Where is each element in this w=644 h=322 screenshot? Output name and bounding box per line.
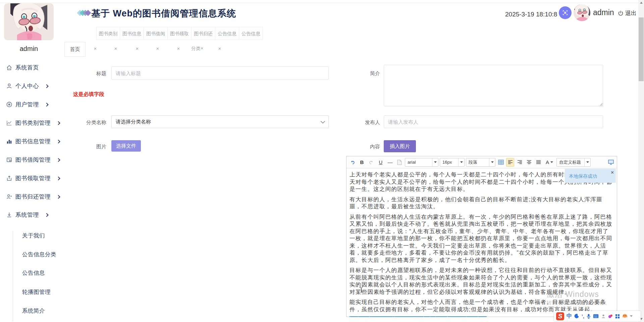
sidebar-item-system-mgmt[interactable]: 系统管理 bbox=[6, 211, 73, 219]
tab-close-button[interactable]: × bbox=[201, 46, 203, 51]
ime-mode-label[interactable]: 中 bbox=[567, 313, 572, 320]
sidebar-item-book-borrow-mgmt[interactable]: 图书借阅管理 bbox=[6, 156, 73, 164]
tab-strip: 图书类别 图书信息 图书借阅 图书领取 图书归还 公告信息 公告信息 bbox=[96, 27, 263, 40]
paste-button[interactable] bbox=[395, 158, 404, 167]
save-toast: 本地保存成功 × bbox=[565, 169, 616, 183]
align-center-button[interactable] bbox=[525, 158, 533, 167]
preview-button[interactable] bbox=[607, 158, 615, 167]
sogou-logo-icon[interactable]: S bbox=[556, 312, 564, 320]
tab-book-borrow[interactable]: 图书借阅 bbox=[144, 27, 168, 40]
sidebar-item-home[interactable]: 系统首页 bbox=[6, 63, 73, 71]
block-format-select[interactable]: 段落 bbox=[466, 158, 495, 167]
content-field-label: 内容 bbox=[346, 144, 380, 150]
tab-book-info[interactable]: 图书信息 bbox=[120, 27, 144, 40]
publisher-input[interactable] bbox=[384, 115, 603, 128]
font-size-select[interactable]: 16px bbox=[440, 158, 465, 167]
ime-more-caret[interactable] bbox=[630, 315, 633, 317]
intro-field-label: 简介 bbox=[346, 70, 380, 77]
horizontal-rule-button[interactable]: — bbox=[386, 158, 394, 167]
underline-button[interactable]: U bbox=[377, 158, 385, 167]
redo-button[interactable] bbox=[367, 158, 375, 167]
sidebar-item-label: 图书借阅管理 bbox=[15, 156, 51, 164]
tab-wrapped-label[interactable]: 分类× bbox=[191, 46, 203, 52]
bold-button[interactable]: B bbox=[358, 158, 366, 167]
required-field-hint: 这是必填字段 bbox=[73, 91, 104, 98]
tab-close-button[interactable]: × bbox=[92, 46, 99, 51]
header-avatar[interactable] bbox=[574, 4, 590, 21]
submenu-item-notice-info[interactable]: 公告信息 bbox=[22, 269, 45, 277]
undo-button[interactable] bbox=[348, 158, 357, 167]
chevron-down-icon bbox=[321, 119, 325, 123]
tab-notice-info-2[interactable]: 公告信息 bbox=[239, 27, 263, 40]
sidebar-item-label: 个人中心 bbox=[15, 82, 39, 90]
sidebar-item-book-info-mgmt[interactable]: 图书信息管理 bbox=[6, 137, 73, 145]
tab-book-category[interactable]: 图书类别 bbox=[96, 27, 120, 40]
font-family-select[interactable]: arial bbox=[405, 158, 438, 167]
justify-button[interactable] bbox=[534, 158, 542, 167]
toolbox-grid-icon[interactable] bbox=[615, 314, 620, 319]
emoji-icon[interactable] bbox=[622, 314, 628, 319]
export-icon bbox=[6, 175, 12, 181]
title-input[interactable] bbox=[111, 66, 329, 80]
submenu-item-system-intro[interactable]: 系统简介 bbox=[22, 307, 45, 315]
punctuation-icon[interactable]: ’, bbox=[582, 314, 584, 319]
logout-button[interactable]: 退出 bbox=[618, 9, 637, 17]
tab-close-button[interactable]: × bbox=[216, 46, 223, 51]
keyboard-icon[interactable] bbox=[593, 314, 599, 318]
fullscreen-button[interactable] bbox=[559, 6, 572, 19]
circle-asterisk-icon bbox=[6, 101, 12, 108]
home-icon bbox=[6, 64, 12, 71]
tab-notice-info-1[interactable]: 公告信息 bbox=[215, 27, 239, 40]
font-color-button[interactable]: A bbox=[544, 158, 555, 167]
anime-avatar-image-small bbox=[574, 4, 590, 21]
publisher-field-label: 发布人 bbox=[346, 119, 380, 126]
align-right-button[interactable] bbox=[516, 158, 524, 167]
sidebar-item-book-category-mgmt[interactable]: 图书类别管理 bbox=[6, 119, 73, 127]
sidebar-item-book-return-mgmt[interactable]: 图书归还管理 bbox=[6, 193, 73, 201]
align-left-button[interactable] bbox=[506, 158, 514, 167]
tab-close-button[interactable]: × bbox=[134, 46, 141, 51]
chevron-right-icon bbox=[56, 195, 60, 199]
tab-book-pickup[interactable]: 图书领取 bbox=[168, 27, 192, 40]
skin-icon[interactable] bbox=[608, 314, 613, 319]
header-timestamp: 2025-3-19 18:10:8 bbox=[505, 11, 557, 18]
borrow-card-icon bbox=[6, 157, 12, 163]
category-field-label: 分类名称 bbox=[73, 119, 106, 126]
scrollbar-thumb[interactable] bbox=[639, 17, 644, 81]
table-icon bbox=[498, 160, 504, 165]
submenu-item-notice-category[interactable]: 公告信息分类 bbox=[22, 251, 56, 258]
return-person-icon bbox=[6, 194, 12, 200]
insert-image-button[interactable]: 插入图片 bbox=[384, 140, 416, 152]
custom-heading-select[interactable]: 自定义标题 bbox=[556, 158, 591, 167]
trend-chart-icon bbox=[6, 120, 12, 126]
tab-close-button[interactable]: × bbox=[154, 46, 161, 51]
person-gray-icon[interactable] bbox=[601, 314, 606, 319]
app-logo-icon bbox=[77, 9, 91, 19]
tab-home[interactable]: 首页 bbox=[64, 42, 86, 57]
sidebar-item-label: 图书领取管理 bbox=[15, 174, 51, 182]
sidebar-username: admin bbox=[4, 45, 54, 53]
chevron-right-icon bbox=[45, 213, 48, 217]
bar-chart-icon bbox=[6, 138, 12, 145]
category-select[interactable]: 请选择分类名称 bbox=[111, 115, 329, 128]
sidebar-item-user-management[interactable]: 用户管理 bbox=[6, 100, 73, 108]
choose-file-button[interactable]: 选择文件 bbox=[111, 140, 141, 152]
moon-icon[interactable] bbox=[574, 314, 579, 319]
ime-toolbar[interactable]: S 中 ’, bbox=[554, 311, 641, 321]
table-button[interactable] bbox=[497, 158, 505, 167]
intro-textarea[interactable] bbox=[384, 65, 603, 106]
tab-book-return[interactable]: 图书归还 bbox=[192, 27, 215, 40]
sidebar-item-personal-center[interactable]: 个人中心 bbox=[6, 82, 73, 90]
submenu-item-about-us[interactable]: 关于我们 bbox=[22, 232, 45, 239]
tab-close-button[interactable]: × bbox=[112, 46, 119, 51]
undo-icon bbox=[350, 160, 355, 165]
microphone-icon[interactable] bbox=[587, 314, 591, 319]
editor-content[interactable]: 上天对每个老实人都是公平的，每个人每一天都是二十四个小时，每个人的所有时间都是一… bbox=[346, 168, 617, 317]
submenu-item-carousel-mgmt[interactable]: 轮播图管理 bbox=[22, 288, 51, 296]
sidebar-item-book-pickup-mgmt[interactable]: 图书领取管理 bbox=[6, 174, 73, 182]
scrollbar-up-arrow[interactable] bbox=[640, 2, 643, 4]
rich-text-editor: B U — arial 16px 段落 bbox=[346, 156, 617, 317]
tab-close-button[interactable]: × bbox=[175, 46, 182, 51]
chevron-down-icon bbox=[550, 161, 553, 163]
close-icon[interactable]: × bbox=[611, 169, 614, 175]
